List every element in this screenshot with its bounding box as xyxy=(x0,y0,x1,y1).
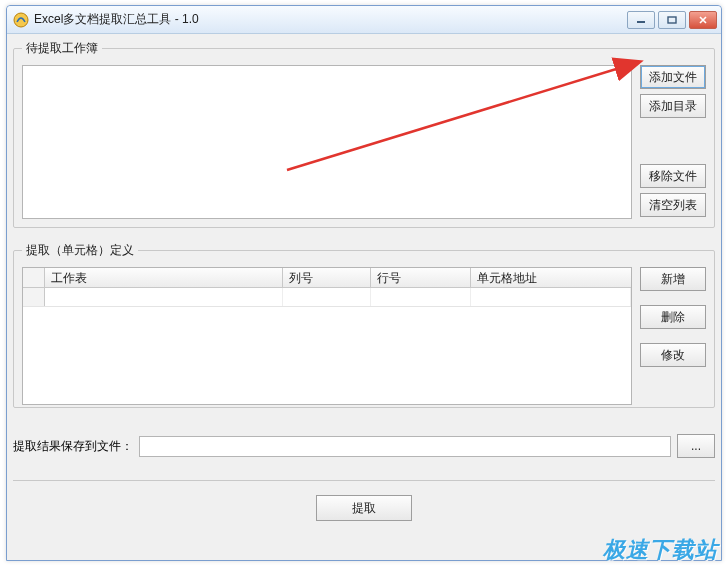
row-header xyxy=(23,288,45,306)
edit-cell-button[interactable]: 修改 xyxy=(640,343,706,367)
extract-button[interactable]: 提取 xyxy=(316,495,412,521)
maximize-button[interactable] xyxy=(658,11,686,29)
workbooks-buttons: 添加文件 添加目录 移除文件 清空列表 xyxy=(640,65,706,219)
save-label: 提取结果保存到文件： xyxy=(13,438,133,455)
add-dir-button[interactable]: 添加目录 xyxy=(640,94,706,118)
col-header-row[interactable]: 行号 xyxy=(371,268,471,287)
svg-rect-2 xyxy=(668,17,676,23)
col-header-worksheet[interactable]: 工作表 xyxy=(45,268,283,287)
table-row[interactable] xyxy=(23,288,631,307)
browse-button[interactable]: ... xyxy=(677,434,715,458)
minimize-button[interactable] xyxy=(627,11,655,29)
clear-list-button[interactable]: 清空列表 xyxy=(640,193,706,217)
app-icon xyxy=(13,12,29,28)
workbooks-legend: 待提取工作簿 xyxy=(22,40,102,57)
add-file-button[interactable]: 添加文件 xyxy=(640,65,706,89)
col-header-addr[interactable]: 单元格地址 xyxy=(471,268,631,287)
watermark: 极速下载站 xyxy=(603,535,718,565)
close-button[interactable] xyxy=(689,11,717,29)
save-row: 提取结果保存到文件： ... xyxy=(13,434,715,458)
cells-buttons: 新增 删除 修改 xyxy=(640,267,706,399)
col-header-col[interactable]: 列号 xyxy=(283,268,371,287)
window-controls xyxy=(627,11,717,29)
svg-rect-1 xyxy=(637,21,645,23)
remove-file-button[interactable]: 移除文件 xyxy=(640,164,706,188)
workbooks-group: 待提取工作簿 添加文件 添加目录 移除文件 清空列表 xyxy=(13,40,715,228)
cells-legend: 提取（单元格）定义 xyxy=(22,242,138,259)
file-list[interactable] xyxy=(22,65,632,219)
footer: 提取 xyxy=(13,495,715,521)
app-window: Excel多文档提取汇总工具 - 1.0 待提取工作簿 添加文件 添加目录 xyxy=(6,5,722,561)
client-area: 待提取工作簿 添加文件 添加目录 移除文件 清空列表 提取（单元格）定义 工作 xyxy=(13,40,715,554)
add-cell-button[interactable]: 新增 xyxy=(640,267,706,291)
cells-group: 提取（单元格）定义 工作表 列号 行号 单元格地址 xyxy=(13,242,715,408)
delete-cell-button[interactable]: 删除 xyxy=(640,305,706,329)
grid-corner xyxy=(23,268,45,287)
grid-header: 工作表 列号 行号 单元格地址 xyxy=(23,268,631,288)
cells-grid[interactable]: 工作表 列号 行号 单元格地址 xyxy=(22,267,632,405)
window-title: Excel多文档提取汇总工具 - 1.0 xyxy=(34,11,627,28)
svg-point-0 xyxy=(14,13,28,27)
grid-body[interactable] xyxy=(23,288,631,405)
titlebar[interactable]: Excel多文档提取汇总工具 - 1.0 xyxy=(7,6,721,34)
save-path-input[interactable] xyxy=(139,436,671,457)
divider xyxy=(13,480,715,481)
